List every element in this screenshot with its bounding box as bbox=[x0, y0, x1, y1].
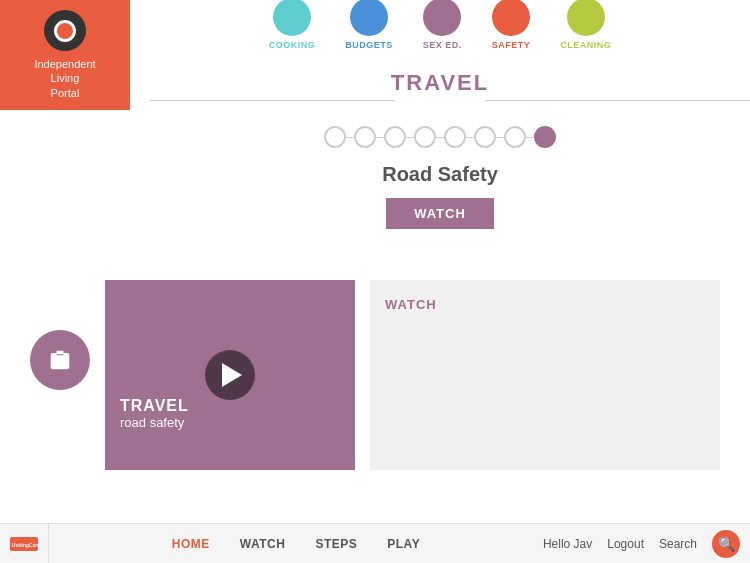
cat-cooking-circle bbox=[273, 0, 311, 36]
uniting-care-logo-svg: UnitingCare bbox=[10, 530, 38, 558]
nav-search-text: Search bbox=[659, 537, 697, 551]
search-button[interactable]: 🔍 bbox=[712, 530, 740, 558]
nav-links: HOME WATCH STEPS PLAY bbox=[49, 537, 543, 551]
logo-line2: Living bbox=[51, 72, 80, 84]
svg-text:UnitingCare: UnitingCare bbox=[12, 542, 38, 547]
play-triangle-icon bbox=[222, 363, 242, 387]
nav-play[interactable]: PLAY bbox=[387, 537, 420, 551]
cat-safety[interactable]: SAFETY bbox=[492, 0, 531, 50]
cat-sexed[interactable]: SEX ED. bbox=[423, 0, 462, 50]
nav-right: Hello Jav Logout Search 🔍 bbox=[543, 530, 750, 558]
dot-1[interactable] bbox=[324, 126, 346, 148]
video-title: TRAVEL bbox=[120, 397, 189, 415]
cat-cleaning-circle bbox=[567, 0, 605, 36]
logo-line1: Independent bbox=[34, 58, 95, 70]
travel-icon-circle bbox=[30, 330, 90, 390]
cat-cooking-label: COOKING bbox=[269, 40, 316, 50]
cat-sexed-circle bbox=[423, 0, 461, 36]
video-section: TRAVEL road safety WATCH bbox=[0, 270, 750, 480]
cat-cooking[interactable]: COOKING bbox=[269, 0, 316, 50]
title-line-left bbox=[150, 100, 395, 101]
cat-safety-circle bbox=[492, 0, 530, 36]
logo-text: Independent Living Portal bbox=[34, 57, 95, 100]
bottom-nav: UnitingCare HOME WATCH STEPS PLAY Hello … bbox=[0, 523, 750, 563]
logo-outer-circle bbox=[44, 10, 86, 51]
dot-4[interactable] bbox=[414, 126, 436, 148]
dot-8[interactable] bbox=[534, 126, 556, 148]
nav-watch[interactable]: WATCH bbox=[240, 537, 286, 551]
video-subtitle: road safety bbox=[120, 415, 189, 430]
logo-line3: Portal bbox=[51, 87, 80, 99]
dot-2[interactable] bbox=[354, 126, 376, 148]
category-nav: COOKING BUDGETS SEX ED. SAFETY CLEANING bbox=[130, 0, 750, 60]
watch-button[interactable]: WATCH bbox=[386, 198, 494, 229]
dot-7[interactable] bbox=[504, 126, 526, 148]
video-player[interactable]: TRAVEL road safety bbox=[105, 280, 355, 470]
cat-budgets[interactable]: BUDGETS bbox=[345, 0, 393, 50]
watch-sidebar-title: WATCH bbox=[385, 297, 437, 312]
logo-banner: Independent Living Portal bbox=[0, 0, 130, 110]
video-overlay-text: TRAVEL road safety bbox=[120, 397, 189, 430]
nav-home[interactable]: HOME bbox=[172, 537, 210, 551]
play-button[interactable] bbox=[205, 350, 255, 400]
nav-user: Hello Jav bbox=[543, 537, 592, 551]
search-icon: 🔍 bbox=[718, 536, 735, 552]
cat-safety-label: SAFETY bbox=[492, 40, 531, 50]
cat-cleaning-label: CLEANING bbox=[560, 40, 611, 50]
cat-budgets-label: BUDGETS bbox=[345, 40, 393, 50]
uniting-care-logo: UnitingCare bbox=[0, 524, 49, 563]
lesson-title: Road Safety bbox=[382, 163, 498, 186]
nav-steps[interactable]: STEPS bbox=[315, 537, 357, 551]
logo-inner-circle bbox=[54, 20, 76, 42]
title-line-right bbox=[485, 100, 750, 101]
nav-logout[interactable]: Logout bbox=[607, 537, 644, 551]
dot-3[interactable] bbox=[384, 126, 406, 148]
travel-section: TRAVEL Road Safety WATCH bbox=[130, 55, 750, 229]
watch-sidebar: WATCH bbox=[370, 280, 720, 470]
luggage-icon bbox=[46, 346, 74, 374]
cat-budgets-circle bbox=[350, 0, 388, 36]
travel-title: TRAVEL bbox=[391, 70, 489, 96]
dot-5[interactable] bbox=[444, 126, 466, 148]
dot-6[interactable] bbox=[474, 126, 496, 148]
cat-cleaning[interactable]: CLEANING bbox=[560, 0, 611, 50]
dot-nav bbox=[324, 126, 556, 148]
cat-sexed-label: SEX ED. bbox=[423, 40, 462, 50]
